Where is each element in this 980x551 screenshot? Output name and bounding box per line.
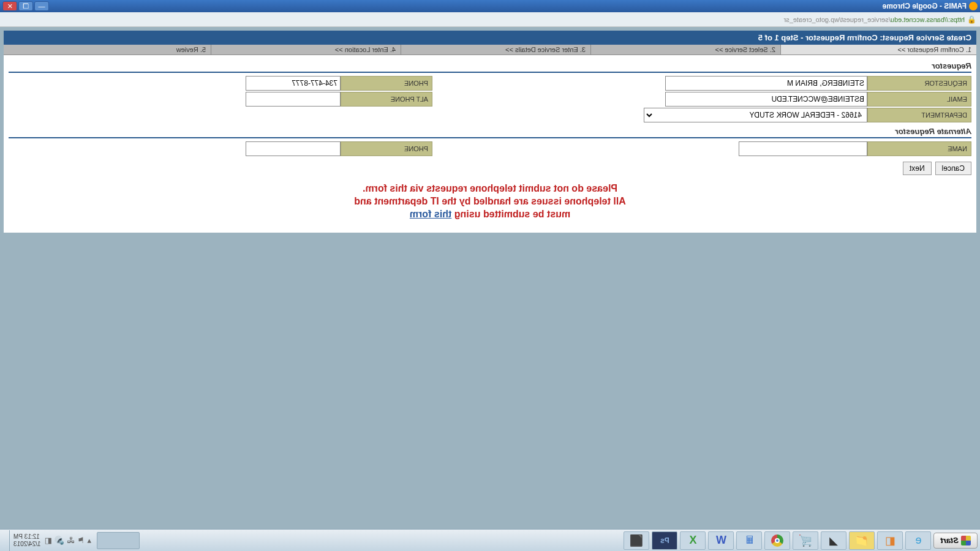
- minimize-button[interactable]: —: [34, 1, 49, 11]
- taskbar-clock[interactable]: 12:13 PM 1/24/2013: [13, 533, 41, 548]
- taskbar-icon-ps[interactable]: Ps: [652, 531, 677, 550]
- alt-phone-label: ALT PHONE: [341, 92, 432, 107]
- window-titlebar: FAMIS - Google Chrome — ❐ ✕: [0, 0, 980, 12]
- page-content: Create Service Request: Confirm Requesto…: [4, 31, 976, 233]
- email-label: EMAIL: [867, 92, 971, 107]
- show-desktop-button[interactable]: [2, 530, 10, 551]
- alt-phone2-label: PHONE: [341, 141, 432, 156]
- system-tray: ▴ ⚑ 🖧 🔊 ◧ 12:13 PM 1/24/2013: [10, 533, 95, 548]
- url-host: ://banss.wccnet.edu: [891, 16, 950, 23]
- step-3-enter-details[interactable]: 3. Enter Service Details >>: [401, 45, 590, 54]
- next-button[interactable]: Next: [903, 162, 932, 175]
- favicon: [969, 2, 978, 10]
- clock-time: 12:13 PM: [13, 533, 41, 541]
- address-bar[interactable]: 🔒 https://banss.wccnet.edu/service_reque…: [0, 12, 980, 27]
- divider: [9, 72, 971, 73]
- email-input[interactable]: [665, 92, 867, 107]
- tray-icon-chevron[interactable]: ▴: [87, 536, 91, 545]
- tray-icon-network[interactable]: 🖧: [67, 536, 75, 545]
- clock-date: 1/24/2013: [13, 541, 41, 548]
- requestor-section-title: Requestor: [4, 55, 976, 72]
- tray-icon-flag[interactable]: ⚑: [77, 536, 85, 545]
- this-form-link[interactable]: this form: [410, 209, 451, 219]
- step-4-enter-location[interactable]: 4. Enter Location >>: [211, 45, 401, 54]
- alt-name-label: NAME: [867, 141, 971, 156]
- taskbar: Start e ◧ 📁 ◢ 🛒 🖩 W X Ps ⬛ ▴ ⚑ 🖧 🔊 ◧ 12:…: [0, 529, 980, 551]
- url-path: /service_request/wp.goto_create_sr: [784, 16, 891, 23]
- alt-phone-input[interactable]: [246, 92, 341, 107]
- alt-phone2-input[interactable]: [246, 141, 341, 156]
- windows-flag-icon: [961, 536, 971, 545]
- department-label: DEPARTMENT: [867, 108, 971, 122]
- cancel-button[interactable]: Cancel: [935, 162, 971, 175]
- tray-icon-volume[interactable]: 🔊: [55, 536, 64, 545]
- close-button[interactable]: ✕: [2, 1, 17, 11]
- divider: [9, 137, 971, 138]
- taskbar-icon-explorer[interactable]: 📁: [849, 531, 875, 550]
- page-header: Create Service Request: Confirm Requesto…: [4, 31, 976, 45]
- requestor-input[interactable]: [665, 76, 867, 91]
- browser-viewport: Create Service Request: Confirm Requesto…: [0, 27, 980, 529]
- window-title: FAMIS - Google Chrome: [49, 2, 967, 10]
- taskbar-icon-ie[interactable]: e: [905, 531, 931, 550]
- alt-name-input[interactable]: [739, 141, 867, 156]
- tray-icon-app[interactable]: ◧: [45, 536, 52, 545]
- taskbar-icon-app1[interactable]: ◢: [821, 531, 846, 550]
- taskbar-icon-scan[interactable]: ⬛: [624, 531, 649, 550]
- notice-line-3: must be submitted using this form: [4, 208, 976, 221]
- step-1-confirm-requestor[interactable]: 1. Confirm Requestor >>: [780, 45, 976, 54]
- taskbar-icon-calc[interactable]: 🖩: [736, 531, 762, 550]
- maximize-button[interactable]: ❐: [18, 1, 33, 11]
- phone-input[interactable]: [246, 76, 341, 91]
- warning-notice: Please do not submit telephone requests …: [4, 180, 976, 233]
- taskbar-icon-app2[interactable]: 🛒: [793, 531, 818, 550]
- lock-icon: 🔒: [967, 15, 976, 24]
- alternate-requestor-section-title: Alternate Requestor: [4, 123, 976, 137]
- taskbar-icon-chrome[interactable]: [764, 531, 790, 550]
- phone-label: PHONE: [341, 76, 432, 91]
- requestor-label: REQUESTOR: [867, 76, 971, 91]
- department-select[interactable]: 41662 - FEDERAL WORK STUDY: [644, 108, 867, 122]
- url-scheme: https: [950, 16, 965, 23]
- notice-line-1: Please do not submit telephone requests …: [4, 182, 976, 195]
- step-nav: 1. Confirm Requestor >> 2. Select Servic…: [4, 45, 976, 55]
- start-button[interactable]: Start: [933, 533, 978, 549]
- step-2-select-service[interactable]: 2. Select Service >>: [590, 45, 780, 54]
- taskbar-icon-excel[interactable]: X: [680, 531, 706, 550]
- taskbar-running-app[interactable]: [97, 532, 140, 549]
- notice-line-2: All telephone issues are handled by the …: [4, 195, 976, 208]
- taskbar-icon-word[interactable]: W: [708, 531, 734, 550]
- taskbar-icon-media[interactable]: ◧: [877, 531, 903, 550]
- step-5-review[interactable]: 5. Review: [4, 45, 211, 54]
